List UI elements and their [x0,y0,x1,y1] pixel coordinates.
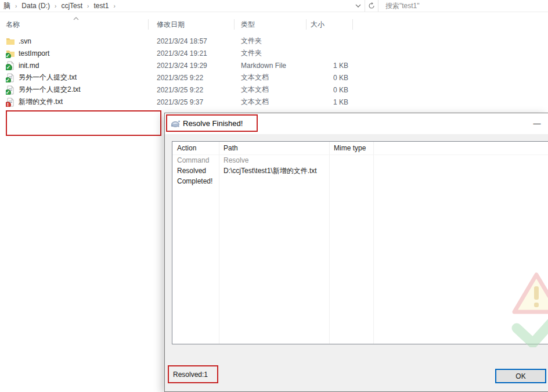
textfile-svn-ok-icon: ✓ [6,73,15,82]
column-divider [373,142,374,344]
action-cell: Resolved [172,167,219,175]
refresh-button[interactable] [365,0,378,12]
breadcrumb-item-test1[interactable]: test1 [90,2,112,10]
file-list: .svn 2021/3/24 18:57 文件夹 ✓ testImport 20… [0,35,360,108]
breadcrumb-separator-icon: › [53,3,57,9]
folder-svn-ok-icon: ✓ [6,49,15,58]
folder-icon [6,37,15,46]
refresh-icon [368,2,375,9]
column-divider[interactable] [148,19,149,30]
column-header-mimetype[interactable]: Mime type [329,144,373,152]
annotation-box-title [166,114,258,132]
dialog-titlebar[interactable]: Resolve Finished! — [165,113,548,134]
column-divider [329,142,330,344]
annotation-box-empty [6,110,161,136]
file-name: init.md [19,62,39,70]
file-row-initmd[interactable]: ✓ init.md 2021/3/24 19:29 Markdown File … [0,59,360,71]
svn-ok-badge-icon: ✓ [6,89,11,95]
file-name: .svn [19,37,31,45]
svn-conflict-badge-icon: ! [6,102,11,107]
breadcrumb-separator-icon: › [86,3,90,9]
file-size: 1 KB [300,98,348,106]
file-row-other-commit[interactable]: ✓ 另外一个人提交.txt 2021/3/25 9:22 文本文档 0 KB [0,71,360,84]
file-row-testimport[interactable]: ✓ testImport 2021/3/24 19:21 文件夹 [0,47,360,59]
file-name: 另外一个人提交.txt [19,73,77,82]
file-date: 2021/3/25 9:37 [151,98,235,106]
column-header-action[interactable]: Action [172,144,219,152]
textfile-svn-conflict-icon: ! [6,98,15,107]
file-row-new-file[interactable]: ! 新增的文件.txt 2021/3/25 9:37 文本文档 1 KB [0,96,360,108]
file-svn-ok-icon: ✓ [6,61,15,70]
file-date: 2021/3/25 9:22 [151,86,235,94]
progress-list-headers: Action Path Mime type [172,142,548,155]
column-header-type[interactable]: 类型 [235,20,300,30]
minimize-button[interactable]: — [528,116,546,131]
file-type: 文件夹 [235,36,300,46]
column-header-path[interactable]: Path [219,144,329,152]
file-row-other-commit2[interactable]: ✓ 另外一个人提交2.txt 2021/3/25 9:22 文本文档 0 KB [0,84,360,96]
column-header-name[interactable]: 名称 [6,20,151,30]
file-row-svn[interactable]: .svn 2021/3/24 18:57 文件夹 [0,35,360,47]
file-type: 文本文档 [235,73,300,82]
screen: 脑 › Data (D:) › ccjTest › test1 › [0,0,548,392]
progress-row-completed[interactable]: Completed! [172,176,548,186]
column-divider[interactable] [306,19,307,30]
breadcrumb: 脑 › Data (D:) › ccjTest › test1 › [0,0,117,12]
file-size: 0 KB [300,74,348,82]
address-bar: 脑 › Data (D:) › ccjTest › test1 › [0,0,548,12]
file-type: 文本文档 [235,97,300,107]
textfile-svn-ok-icon: ✓ [6,85,15,95]
list-column-headers: 名称 修改日期 类型 大小 [0,16,360,33]
path-cell: Resolve [219,156,329,164]
breadcrumb-item-ccjtest[interactable]: ccjTest [57,2,86,10]
file-type: Markdown File [235,62,300,70]
file-type: 文件夹 [235,48,300,58]
progress-list: Action Path Mime type Command Resolve Re… [172,141,548,344]
breadcrumb-separator-icon: › [14,3,18,9]
sort-ascending-icon [73,17,79,20]
column-divider[interactable] [352,19,353,30]
progress-row-command[interactable]: Command Resolve [172,155,548,166]
search-input[interactable] [381,0,548,12]
column-header-date[interactable]: 修改日期 [151,20,235,30]
resolved-count-label: Resolved:1 [169,371,208,379]
file-date: 2021/3/24 18:57 [151,37,235,45]
action-cell: Command [172,156,219,164]
address-dropdown-button[interactable] [352,0,365,12]
path-cell: D:\ccjTest\test1\新增的文件.txt [219,166,329,176]
svn-ok-badge-icon: ✓ [6,77,11,83]
breadcrumb-separator-icon: › [112,3,116,9]
breadcrumb-item-drive[interactable]: Data (D:) [18,2,53,10]
column-divider[interactable] [234,19,235,30]
file-name: 新增的文件.txt [19,97,63,107]
file-size: 1 KB [300,62,348,70]
divider [378,0,378,12]
ok-button[interactable]: OK [495,369,546,383]
file-name: 另外一个人提交2.txt [19,85,81,95]
file-date: 2021/3/24 19:29 [151,62,235,70]
file-date: 2021/3/24 19:21 [151,49,235,57]
column-divider [219,142,219,344]
file-type: 文本文档 [235,85,300,95]
breadcrumb-item-pc[interactable]: 脑 [0,1,14,11]
action-cell: Completed! [172,177,219,185]
column-header-size[interactable]: 大小 [300,20,348,30]
file-size: 0 KB [300,86,348,94]
annotation-box-summary: Resolved:1 [168,365,218,383]
resolve-finished-dialog: Resolve Finished! — Action Path Mime typ… [164,113,548,392]
file-date: 2021/3/25 9:22 [151,74,235,82]
chevron-down-icon [355,4,361,8]
progress-row-resolved[interactable]: Resolved D:\ccjTest\test1\新增的文件.txt [172,166,548,176]
file-name: testImport [19,49,49,57]
